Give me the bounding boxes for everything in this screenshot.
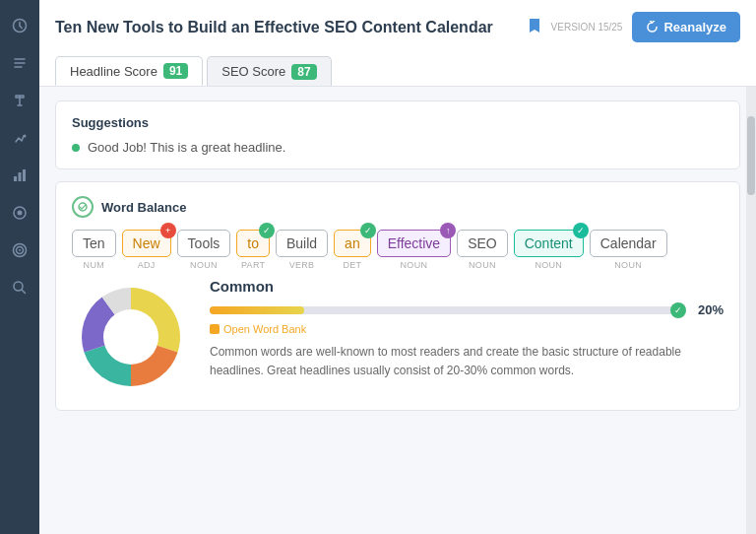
scrollbar[interactable]: [746, 87, 756, 534]
suggestions-title: Suggestions: [72, 115, 724, 130]
main-panel: Ten New Tools to Build an Effective SEO …: [39, 0, 756, 534]
svg-rect-3: [19, 172, 22, 181]
word-chip: New+: [122, 230, 171, 257]
word-chip: Content✓: [514, 230, 584, 257]
common-description: Common words are well-known to most read…: [210, 343, 724, 380]
word-item: CalendarNOUN: [590, 230, 667, 270]
sidebar-icon-list[interactable]: [4, 47, 35, 79]
common-title: Common: [210, 278, 724, 295]
bookmark-icon[interactable]: [528, 17, 541, 38]
common-section: Common ✓ 20% Open Word Bank Common words…: [210, 278, 724, 380]
tab-headline-score-label: Headline Score: [70, 64, 158, 79]
word-chip: Build: [276, 230, 328, 257]
word-balance-title: Word Balance: [101, 200, 186, 215]
tab-seo-score-label: SEO Score: [221, 64, 285, 79]
progress-row: ✓ 20%: [210, 302, 724, 317]
sidebar: [0, 0, 39, 534]
pie-section: Common ✓ 20% Open Word Bank Common words…: [72, 278, 724, 396]
progress-check-icon: ✓: [670, 302, 686, 318]
suggestions-card: Suggestions Good Job! This is a great he…: [55, 100, 740, 169]
word-item: Effective↑NOUN: [377, 230, 451, 270]
word-item: to✓PART: [236, 230, 270, 270]
word-type-label: DET: [343, 260, 361, 270]
word-type-label: NOUN: [401, 260, 428, 270]
suggestion-text: Good Job! This is a great headline.: [88, 140, 285, 155]
word-bank-icon: [210, 324, 220, 334]
svg-point-9: [19, 249, 21, 251]
progress-percent: 20%: [692, 302, 724, 317]
word-chip: SEO: [457, 230, 508, 257]
word-badge: ✓: [360, 223, 376, 238]
word-chip: Calendar: [590, 230, 667, 257]
word-balance-header: Word Balance: [72, 196, 724, 218]
word-chip: an✓: [334, 230, 371, 257]
tabs-row: Headline Score 91 SEO Score 87: [55, 48, 740, 86]
word-item: BuildVERB: [276, 230, 328, 270]
word-chip: Ten: [72, 230, 116, 257]
headline-title: Ten New Tools to Build an Effective SEO …: [55, 19, 493, 36]
word-type-label: NOUN: [190, 260, 218, 270]
word-chip: Effective↑: [377, 230, 451, 257]
scrollbar-thumb[interactable]: [747, 116, 755, 195]
word-type-label: PART: [241, 260, 265, 270]
sidebar-icon-search[interactable]: [4, 272, 35, 303]
pie-center: [103, 309, 158, 365]
version-text: VERSION 15/25: [551, 21, 623, 33]
tab-headline-score[interactable]: Headline Score 91: [55, 56, 203, 86]
sidebar-icon-clock[interactable]: [4, 10, 35, 41]
pie-chart: [72, 278, 190, 396]
pie-svg: [72, 278, 190, 396]
word-item: New+ADJ: [122, 230, 171, 270]
sidebar-icon-text[interactable]: [4, 85, 35, 116]
word-type-label: NOUN: [614, 260, 642, 270]
open-word-bank-label: Open Word Bank: [223, 323, 306, 335]
tab-seo-score[interactable]: SEO Score 87: [207, 56, 331, 86]
word-item: an✓DET: [334, 230, 371, 270]
progress-fill: [210, 306, 304, 314]
progress-bar: ✓: [210, 306, 684, 314]
sidebar-icon-circle[interactable]: [4, 197, 35, 229]
svg-point-1: [24, 135, 27, 138]
word-item: TenNUM: [72, 230, 116, 270]
word-badge: ✓: [573, 223, 589, 238]
word-type-label: NOUN: [535, 260, 562, 270]
header-right: VERSION 15/25 Reanalyze: [528, 12, 740, 42]
sidebar-icon-bar[interactable]: [4, 160, 35, 191]
word-item: ToolsNOUN: [177, 230, 231, 270]
word-badge: ✓: [259, 223, 275, 238]
tab-headline-score-value: 91: [163, 63, 188, 79]
word-type-label: ADJ: [138, 260, 156, 270]
word-badge: ↑: [440, 223, 456, 238]
word-item: SEONOUN: [457, 230, 508, 270]
svg-rect-4: [23, 169, 26, 181]
open-word-bank-button[interactable]: Open Word Bank: [210, 323, 724, 335]
word-item: Content✓NOUN: [514, 230, 584, 270]
word-balance-icon: [72, 196, 94, 218]
content-area: Suggestions Good Job! This is a great he…: [39, 87, 756, 534]
reanalyze-icon: [646, 21, 659, 33]
svg-rect-2: [14, 176, 17, 181]
tab-seo-score-value: 87: [291, 64, 316, 80]
header: Ten New Tools to Build an Effective SEO …: [39, 0, 756, 87]
word-badge: +: [160, 223, 176, 238]
word-balance-card: Word Balance TenNUMNew+ADJToolsNOUNto✓PA…: [55, 181, 740, 411]
words-row: TenNUMNew+ADJToolsNOUNto✓PARTBuildVERBan…: [72, 230, 724, 270]
word-chip: Tools: [177, 230, 231, 257]
reanalyze-button[interactable]: Reanalyze: [632, 12, 740, 42]
word-type-label: NOUN: [469, 260, 496, 270]
word-type-label: NUM: [84, 260, 104, 270]
sidebar-icon-chart[interactable]: [4, 122, 35, 154]
suggestion-item: Good Job! This is a great headline.: [72, 140, 724, 155]
suggestion-dot: [72, 144, 80, 152]
word-chip: to✓: [236, 230, 270, 257]
word-type-label: VERB: [289, 260, 315, 270]
sidebar-icon-target[interactable]: [4, 234, 35, 266]
svg-point-6: [18, 211, 23, 216]
